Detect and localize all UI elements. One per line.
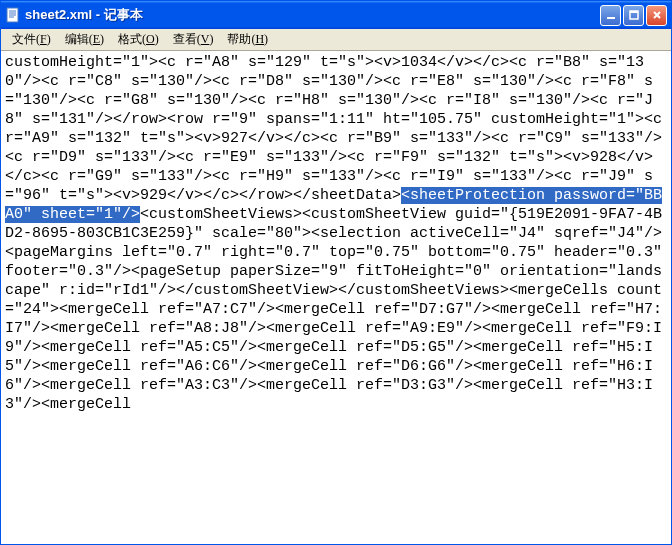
notepad-window: sheet2.xml - 记事本 文件(F) 编辑(E) 格式(O) 查看(V)… [0,0,672,545]
menu-view[interactable]: 查看(V) [166,29,221,50]
menu-help[interactable]: 帮助(H) [220,29,275,50]
xml-text-before: customHeight="1"><c r="A8" s="129" t="s"… [5,54,671,204]
minimize-button[interactable] [600,5,621,26]
titlebar[interactable]: sheet2.xml - 记事本 [1,1,671,29]
svg-rect-5 [607,17,615,19]
menu-format[interactable]: 格式(O) [111,29,166,50]
svg-rect-7 [630,11,638,13]
close-button[interactable] [646,5,667,26]
text-area[interactable]: customHeight="1"><c r="A8" s="129" t="s"… [1,51,671,544]
notepad-icon [5,7,21,23]
menu-file[interactable]: 文件(F) [5,29,58,50]
window-title: sheet2.xml - 记事本 [25,6,600,24]
menu-edit[interactable]: 编辑(E) [58,29,111,50]
window-controls [600,5,667,26]
menubar: 文件(F) 编辑(E) 格式(O) 查看(V) 帮助(H) [1,29,671,51]
maximize-button[interactable] [623,5,644,26]
xml-text-after: <customSheetViews><customSheetView guid=… [5,206,671,413]
